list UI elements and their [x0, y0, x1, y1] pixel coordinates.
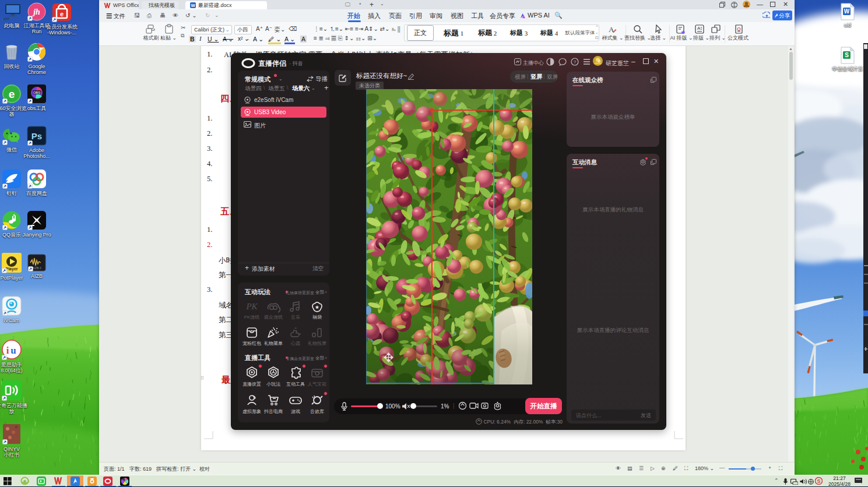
svg-text:e: e — [23, 478, 26, 484]
svg-text:?: ? — [574, 59, 577, 65]
svg-text:A: A — [697, 26, 701, 31]
svg-text:e: e — [9, 88, 15, 100]
svg-text:e: e — [60, 10, 64, 17]
svg-text:AIZB-3: AIZB-3 — [32, 266, 41, 270]
svg-text:W: W — [191, 3, 195, 8]
svg-text:OBS: OBS — [33, 91, 41, 94]
svg-text:u: u — [10, 345, 16, 356]
svg-text:PK: PK — [245, 302, 258, 311]
svg-text:S: S — [817, 478, 820, 484]
svg-text:S: S — [845, 52, 849, 58]
svg-text:jh: jh — [32, 8, 40, 16]
svg-text:Ps: Ps — [31, 131, 42, 141]
svg-text:W: W — [844, 8, 850, 15]
